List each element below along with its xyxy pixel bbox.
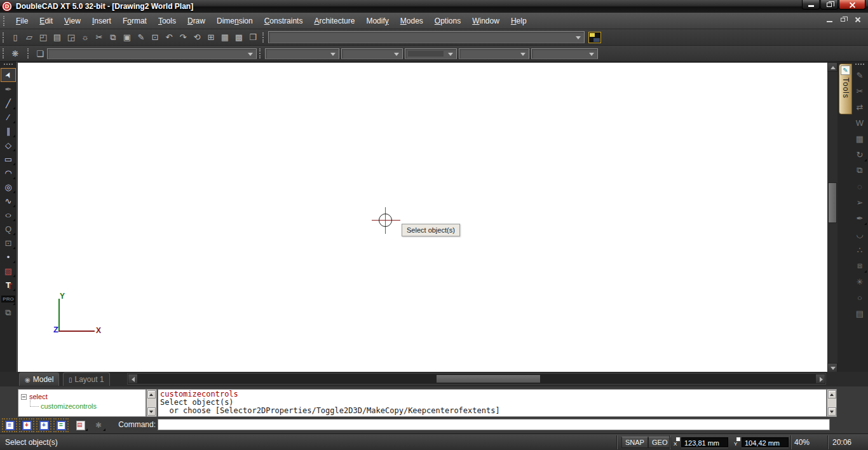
restore-button[interactable] bbox=[820, 0, 838, 10]
calculator-icon[interactable]: ▩ bbox=[232, 31, 246, 44]
menu-modify[interactable]: Modify bbox=[360, 14, 394, 28]
help-book-icon[interactable]: ❒ bbox=[246, 31, 260, 44]
tree-scroll-down-button[interactable] bbox=[147, 407, 156, 416]
command-input[interactable] bbox=[158, 419, 830, 430]
history-scroll-down-button[interactable] bbox=[828, 407, 836, 416]
print-preview-icon[interactable]: ◲ bbox=[64, 31, 78, 44]
menu-tools[interactable]: Tools bbox=[153, 14, 182, 28]
paste-icon[interactable]: ▣ bbox=[120, 31, 134, 44]
menu-drag-handle[interactable] bbox=[3, 16, 6, 26]
scroll-right-button[interactable] bbox=[815, 374, 825, 384]
annotation-tool-button[interactable]: Q bbox=[1, 222, 16, 236]
menu-view[interactable]: View bbox=[58, 14, 86, 28]
zoom-extents-icon[interactable]: ⊞ bbox=[204, 31, 218, 44]
horizontal-scrollbar[interactable] bbox=[127, 373, 826, 385]
polyline-tool-button[interactable]: ∕ bbox=[1, 110, 16, 124]
pen-style-combobox[interactable] bbox=[265, 48, 339, 59]
cut-icon[interactable]: ✂ bbox=[92, 31, 106, 44]
vertical-scrollbar[interactable] bbox=[827, 62, 837, 372]
menu-help[interactable]: Help bbox=[505, 14, 532, 28]
rectangle-tool-button[interactable]: ▭ bbox=[1, 152, 16, 166]
explode-tool-button[interactable]: ✳ bbox=[853, 275, 867, 289]
open-icon[interactable]: ▱ bbox=[22, 31, 36, 44]
pen-color-combobox[interactable] bbox=[405, 48, 457, 59]
close-button[interactable] bbox=[839, 0, 865, 10]
command-name-combobox[interactable] bbox=[268, 31, 585, 43]
polygon-tool-button[interactable]: ◇ bbox=[1, 138, 16, 152]
toggle-results-button[interactable]: = bbox=[53, 418, 69, 432]
tree-scrollbar[interactable] bbox=[146, 389, 157, 417]
arc-tool-button[interactable]: ◠ bbox=[1, 166, 16, 180]
menu-architecture[interactable]: Architecture bbox=[308, 14, 360, 28]
line-scale-combobox[interactable] bbox=[531, 48, 598, 59]
x-coordinate-field[interactable]: 123,81 mm bbox=[681, 437, 728, 447]
plot-tool-button[interactable]: ▤ bbox=[853, 306, 867, 320]
table-icon[interactable]: ▦ bbox=[218, 31, 232, 44]
paste-special-button[interactable]: ⧉ bbox=[1, 306, 16, 320]
toolbar-drag-handle[interactable] bbox=[262, 32, 266, 43]
tree-scroll-up-button[interactable] bbox=[147, 390, 156, 399]
toggle-errors-button[interactable]: + bbox=[19, 418, 34, 432]
print-icon[interactable]: ▤ bbox=[50, 31, 64, 44]
new-icon[interactable]: ▯ bbox=[8, 31, 22, 44]
copy-icon[interactable]: ⧉ bbox=[106, 31, 120, 44]
drawing-canvas[interactable] bbox=[18, 62, 827, 372]
scroll-left-button[interactable] bbox=[128, 374, 138, 384]
wall-tool-button[interactable]: W bbox=[853, 116, 867, 130]
mirror-tool-button[interactable]: ⇄ bbox=[853, 100, 867, 114]
group-tool-button[interactable]: ⊡ bbox=[1, 236, 16, 250]
minimize-button[interactable] bbox=[802, 0, 820, 10]
tab-layout-1[interactable]: ▯ Layout 1 bbox=[63, 372, 110, 386]
menu-dimension[interactable]: Dimension bbox=[211, 14, 259, 28]
settings-icon[interactable]: ☼ bbox=[78, 31, 92, 44]
selection-filter-icon[interactable]: ❋ bbox=[8, 46, 22, 60]
toolbar-drag-handle[interactable] bbox=[4, 64, 13, 67]
line-width-combobox[interactable] bbox=[341, 48, 403, 59]
toolbar-drag-handle[interactable] bbox=[27, 48, 31, 58]
snap-toggle-button[interactable]: SNAP bbox=[621, 437, 648, 448]
save-icon[interactable]: ◰ bbox=[36, 31, 50, 44]
horizontal-scroll-thumb[interactable] bbox=[436, 374, 541, 383]
scroll-down-button[interactable] bbox=[827, 363, 837, 372]
hatch-tool-button[interactable]: ▦ bbox=[853, 132, 867, 146]
toolbar-drag-handle[interactable] bbox=[259, 48, 262, 58]
circle-tool-button[interactable]: ◎ bbox=[1, 180, 16, 194]
pen-tool-button[interactable]: ✒ bbox=[1, 82, 16, 96]
toggle-history-lines-button[interactable]: ≡ bbox=[2, 418, 17, 432]
mdi-minimize-button[interactable] bbox=[825, 15, 835, 24]
double-line-tool-button[interactable]: ∥ bbox=[1, 124, 16, 138]
layer-combobox[interactable] bbox=[47, 48, 257, 59]
rotate-tool-button[interactable]: ↻ bbox=[853, 147, 867, 161]
pro-feature-button[interactable]: PRO bbox=[1, 292, 16, 306]
console-doc-button[interactable]: ▤ bbox=[75, 419, 86, 431]
menu-options[interactable]: Options bbox=[429, 14, 466, 28]
circle-modify-tool-button[interactable]: ○ bbox=[853, 290, 867, 304]
rotate-icon[interactable]: ⟲ bbox=[190, 31, 204, 44]
menu-window[interactable]: Window bbox=[466, 14, 505, 28]
line-pattern-combobox[interactable] bbox=[459, 48, 529, 59]
zoom-box-icon[interactable]: ⊡ bbox=[148, 31, 162, 44]
pull-tool-button[interactable]: ➢ bbox=[853, 195, 867, 209]
line-tool-button[interactable]: ╱ bbox=[1, 96, 16, 110]
toolbar-drag-handle[interactable] bbox=[3, 32, 6, 43]
redo-icon[interactable]: ↷ bbox=[176, 31, 190, 44]
menu-constraints[interactable]: Constraints bbox=[259, 14, 309, 28]
tree-item-select[interactable]: select bbox=[21, 393, 48, 400]
image-tool-button[interactable]: ▨ bbox=[1, 264, 16, 278]
toolbar-drag-handle[interactable] bbox=[855, 64, 864, 67]
text-tool-button[interactable]: T bbox=[1, 278, 16, 292]
tab-model[interactable]: ◉ Model bbox=[19, 372, 59, 386]
arc-edit-tool-button[interactable]: ◡ bbox=[853, 227, 867, 241]
format-brush-icon[interactable]: ✎ bbox=[134, 31, 148, 44]
layers-icon[interactable]: ❏ bbox=[33, 46, 47, 60]
region-tool-button[interactable]: ◌ bbox=[853, 179, 867, 193]
ellipse-tool-button[interactable]: ○ bbox=[1, 208, 16, 222]
mdi-close-button[interactable] bbox=[853, 15, 863, 24]
menu-format[interactable]: Format bbox=[117, 14, 153, 28]
node-edit-tool-button[interactable]: ∴ bbox=[853, 243, 867, 257]
menu-file[interactable]: File bbox=[10, 14, 34, 28]
y-coordinate-field[interactable]: 104,42 mm bbox=[742, 437, 789, 447]
scroll-up-button[interactable] bbox=[827, 62, 837, 72]
menu-draw[interactable]: Draw bbox=[182, 14, 211, 28]
array-copy-tool-button[interactable]: ⧉ bbox=[853, 163, 867, 177]
